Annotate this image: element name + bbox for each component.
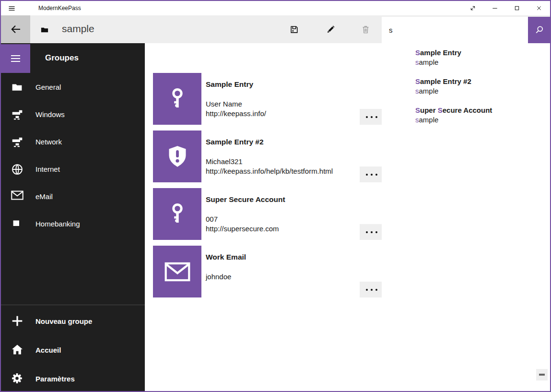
entry-details: johndoe [206,272,231,282]
suggestion-item-super-secure-account[interactable]: Super Secure Accountsample [382,106,550,125]
entry-tile [153,246,201,297]
fullscreen-button[interactable] [462,1,484,15]
suggestion-title: Super Secure Account [415,106,550,115]
entry-username: Michael321 [206,157,333,166]
sidebar-item-homebanking[interactable]: Homebanking [1,210,145,238]
entry-details: Michael321http://keepass.info/help/kb/te… [206,157,333,176]
sidebar-item-general[interactable]: General [1,73,145,101]
trash-icon [361,25,370,34]
minimize-button[interactable] [484,1,506,15]
search-suggestions: Sample EntrysampleSample Entry #2sampleS… [382,43,550,391]
suggestion-item-sample-entry[interactable]: Sample Entrysample [382,48,550,67]
ellipsis-icon [366,116,377,118]
mail-icon [11,190,23,203]
suggestion-subtitle: sample [415,115,550,125]
maximize-icon [513,4,521,12]
entry-username: 007 [206,214,279,224]
close-button[interactable] [528,1,550,15]
gear-icon [11,372,23,385]
sidebar-item-label: General [35,83,61,91]
entry-details: 007http://supersecure.com [206,214,279,234]
network-icon [11,108,23,121]
more-button[interactable] [360,282,384,297]
close-icon [535,4,543,12]
sidebar: Groupes GeneralWindowsNetworkInterneteMa… [1,43,145,391]
suggestion-title: Sample Entry [415,48,550,58]
groups-header: Groupes [45,53,79,63]
window-controls [462,1,550,15]
maximize-button[interactable] [506,1,528,15]
entry-url: http://keepass.info/help/kb/testform.htm… [206,166,333,176]
mail-icon [164,262,190,282]
edit-button[interactable] [319,15,341,43]
menu-button[interactable] [1,44,30,73]
sidebar-action-label: Nouveau groupe [35,317,92,325]
entry-title: Super Secure Account [206,195,285,204]
suggestion-subtitle: sample [415,58,550,67]
briefcase-icon [40,25,49,33]
sidebar-group-list: GeneralWindowsNetworkInterneteMailHomeba… [1,73,145,238]
suggestion-item-sample-entry-2[interactable]: Sample Entry #2sample [382,77,550,96]
save-button[interactable] [283,15,305,43]
square-icon [11,218,23,230]
entry-url: http://keepass.info/ [206,109,266,119]
command-bar: sample [1,15,550,43]
zoom-out-button[interactable] [536,369,548,380]
sidebar-action-label: Paramètres [35,375,75,383]
app-title: ModernKeePass [38,1,81,15]
hamburger-icon[interactable] [7,4,16,12]
minimize-icon [491,4,499,12]
ellipsis-icon [366,231,377,233]
sidebar-item-internet[interactable]: Internet [1,155,145,183]
entry-title: Sample Entry [206,80,253,89]
more-button[interactable] [360,109,384,125]
minus-icon [539,374,545,376]
sidebar-action-accueil[interactable]: Accueil [1,335,145,364]
entry-username: johndoe [206,272,231,282]
folder-icon [11,81,23,94]
titlebar: ModernKeePass [1,1,550,15]
delete-button[interactable] [354,15,376,43]
sidebar-item-label: Internet [35,165,60,173]
ellipsis-icon [366,174,377,176]
hamburger-icon [9,53,22,64]
shield-alert-icon [165,144,189,168]
entry-url: http://supersecure.com [206,224,279,234]
floppy-disk-icon [290,25,299,34]
ellipsis-icon [366,289,377,291]
plus-icon [11,315,23,327]
search-box [382,17,550,43]
more-button[interactable] [360,166,384,182]
suggestion-title: Sample Entry #2 [415,77,550,86]
network-icon [11,136,23,148]
entry-details: User Namehttp://keepass.info/ [206,99,266,119]
home-icon [11,344,23,356]
more-button[interactable] [360,224,384,240]
database-name: sample [62,15,94,42]
search-button[interactable] [528,17,550,43]
entry-tile [153,188,201,240]
magnifier-icon [534,25,544,35]
sidebar-item-network[interactable]: Network [1,128,145,155]
back-button[interactable] [1,15,30,43]
entry-username: User Name [206,99,266,109]
sidebar-action-nouveau-groupe[interactable]: Nouveau groupe [1,307,145,335]
diagonal-resize-icon [469,4,477,12]
sidebar-action-label: Accueil [35,346,61,354]
sidebar-item-label: Homebanking [35,220,80,228]
sidebar-item-label: Windows [35,110,65,119]
sidebar-action-list: Nouveau groupeAccueilParamètres [1,305,145,392]
app-window: ModernKeePass [0,0,551,392]
sidebar-item-label: eMail [35,192,53,201]
pencil-icon [326,25,335,34]
key-icon [166,87,189,110]
entry-tile [153,131,201,182]
globe-icon [11,163,23,176]
suggestion-subtitle: sample [415,86,550,96]
search-input[interactable] [382,17,528,43]
sidebar-action-param-tres[interactable]: Paramètres [1,364,145,392]
sidebar-item-label: Network [35,138,62,146]
key-icon [166,202,189,226]
sidebar-item-windows[interactable]: Windows [1,101,145,128]
sidebar-item-email[interactable]: eMail [1,183,145,210]
